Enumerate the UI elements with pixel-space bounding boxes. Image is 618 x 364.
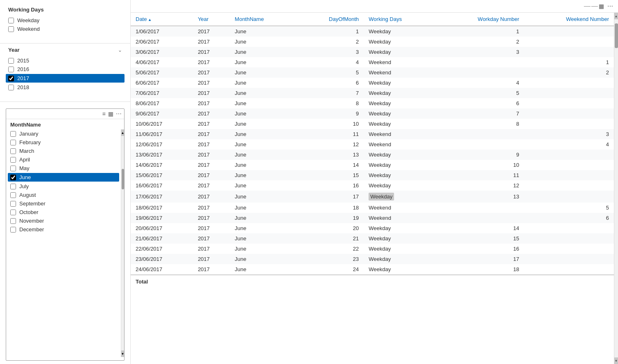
weekend-filter-item[interactable]: Weekend: [8, 25, 122, 33]
year-2018-label: 2018: [17, 84, 29, 90]
weekend-checkbox[interactable]: [8, 26, 14, 32]
cell-year: 2017: [193, 150, 230, 160]
cell-workdaynumber: 6: [437, 98, 524, 108]
slicer-expand-icon[interactable]: ▦: [108, 111, 113, 117]
cell-workingdays: Weekday: [364, 26, 437, 37]
table-row: 1/06/20172017June1Weekday1: [131, 26, 614, 37]
year-2015-item[interactable]: 2015: [8, 56, 122, 65]
month-july-item[interactable]: July: [10, 182, 117, 191]
slicer-scrollbar[interactable]: ▲ ▼: [121, 129, 124, 357]
cell-year: 2017: [193, 108, 230, 119]
month-november-checkbox[interactable]: [10, 218, 16, 224]
cell-date: 4/06/2017: [131, 57, 193, 67]
cell-weekendnumber: [524, 170, 614, 180]
toolbar-center: ――: [584, 2, 599, 10]
cell-dayofmonth: 12: [296, 139, 364, 150]
year-2018-item[interactable]: 2018: [8, 83, 122, 92]
table-row: 13/06/20172017June13Weekday9: [131, 150, 614, 160]
cell-monthname: June: [230, 119, 296, 129]
month-december-item[interactable]: December: [10, 225, 117, 234]
scroll-up-button[interactable]: ▲: [614, 13, 618, 19]
cell-workdaynumber: 4: [437, 78, 524, 88]
scroll-thumb[interactable]: [615, 23, 618, 48]
cell-workdaynumber: 11: [437, 170, 524, 180]
col-weekendnumber[interactable]: Weekend Number: [524, 13, 614, 26]
cell-dayofmonth: 19: [296, 213, 364, 223]
month-november-item[interactable]: November: [10, 217, 117, 225]
slicer-scroll-down[interactable]: ▼: [121, 350, 124, 357]
cell-workingdays: Weekday: [364, 47, 437, 57]
month-january-checkbox[interactable]: [10, 131, 16, 137]
weekday-filter-item[interactable]: Weekday: [8, 16, 122, 25]
year-2017-item[interactable]: 2017: [6, 74, 125, 83]
slicer-scroll-up[interactable]: ▲: [121, 129, 124, 136]
cell-workingdays: Weekend: [364, 67, 437, 78]
cell-dayofmonth: 14: [296, 160, 364, 170]
month-september-label: September: [19, 200, 46, 207]
cell-monthname: June: [230, 203, 296, 213]
month-august-checkbox[interactable]: [10, 192, 16, 198]
table-row: 2/06/20172017June2Weekday2: [131, 37, 614, 47]
year-2016-checkbox[interactable]: [8, 67, 14, 72]
cell-dayofmonth: 21: [296, 233, 364, 244]
slicer-hamburger-icon[interactable]: ≡: [102, 111, 106, 117]
cell-date: 11/06/2017: [131, 129, 193, 139]
month-january-item[interactable]: January: [10, 129, 117, 138]
col-workingdays[interactable]: Working Days: [364, 13, 437, 26]
year-2015-checkbox[interactable]: [8, 58, 14, 64]
col-date[interactable]: Date: [131, 13, 193, 26]
cell-dayofmonth: 15: [296, 170, 364, 180]
cell-monthname: June: [230, 78, 296, 88]
month-april-item[interactable]: April: [10, 155, 117, 164]
month-august-label: August: [19, 192, 36, 198]
month-march-checkbox[interactable]: [10, 148, 16, 154]
year-2018-checkbox[interactable]: [8, 85, 14, 90]
month-june-item[interactable]: June: [8, 173, 119, 182]
month-february-checkbox[interactable]: [10, 140, 16, 145]
col-monthname[interactable]: MonthName: [230, 13, 296, 26]
weekday-checkbox[interactable]: [8, 18, 14, 23]
expand-icon[interactable]: ▦: [599, 3, 604, 9]
table-container[interactable]: Date Year MonthName DayOfMonth Working D…: [131, 13, 614, 364]
month-september-item[interactable]: September: [10, 199, 117, 208]
cell-monthname: June: [230, 129, 296, 139]
footer-label: Total: [131, 275, 193, 288]
month-february-item[interactable]: February: [10, 138, 117, 147]
cell-dayofmonth: 16: [296, 180, 364, 191]
month-may-checkbox[interactable]: [10, 166, 16, 171]
month-april-checkbox[interactable]: [10, 157, 16, 163]
year-chevron-icon[interactable]: ⌄: [118, 47, 122, 53]
month-august-item[interactable]: August: [10, 191, 117, 199]
cell-workdaynumber: 1: [437, 26, 524, 37]
slicer-more-icon[interactable]: ⋯: [116, 111, 122, 117]
year-2016-item[interactable]: 2016: [8, 65, 122, 74]
working-days-section: Working Days Weekday Weekend: [0, 7, 130, 40]
month-october-checkbox[interactable]: [10, 210, 16, 215]
month-may-item[interactable]: May: [10, 164, 117, 173]
month-december-checkbox[interactable]: [10, 227, 16, 233]
month-september-checkbox[interactable]: [10, 201, 16, 207]
month-march-item[interactable]: March: [10, 147, 117, 155]
month-december-label: December: [19, 226, 44, 233]
more-options-icon[interactable]: ⋯: [607, 3, 613, 9]
table-row: 17/06/20172017June17Weekday13: [131, 191, 614, 203]
col-year[interactable]: Year: [193, 13, 230, 26]
month-june-checkbox[interactable]: [10, 175, 16, 180]
col-dayofmonth[interactable]: DayOfMonth: [296, 13, 364, 26]
cell-year: 2017: [193, 180, 230, 191]
cell-date: 14/06/2017: [131, 160, 193, 170]
month-july-checkbox[interactable]: [10, 184, 16, 189]
cell-monthname: June: [230, 213, 296, 223]
slicer-scroll-thumb[interactable]: [122, 169, 124, 189]
cell-dayofmonth: 2: [296, 37, 364, 47]
cell-workingdays: Weekday: [364, 223, 437, 233]
cell-dayofmonth: 8: [296, 98, 364, 108]
cell-year: 2017: [193, 191, 230, 203]
scroll-down-button[interactable]: ▼: [614, 357, 618, 364]
cell-workingdays: Weekday: [364, 119, 437, 129]
month-october-item[interactable]: October: [10, 208, 117, 217]
col-workdaynumber[interactable]: Workday Number: [437, 13, 524, 26]
main-scrollbar[interactable]: ▲ ▼: [614, 13, 618, 364]
toolbar-right: ▦ ⋯: [599, 3, 613, 9]
year-2017-checkbox[interactable]: [8, 76, 14, 81]
